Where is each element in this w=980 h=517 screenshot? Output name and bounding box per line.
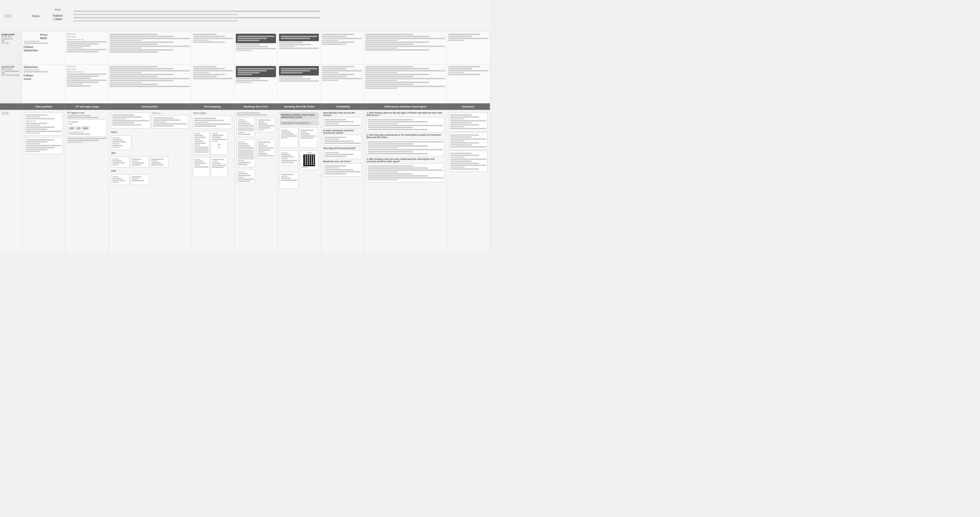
existing-booking-note: Existing booking: have found without any… (280, 112, 318, 120)
findability-card-3 (323, 150, 362, 159)
summary-findability: How did they come across the service? In… (321, 110, 364, 253)
col-header-summary: Summary (447, 103, 490, 110)
findability-card-2 (323, 135, 362, 146)
cico-screen-4 (256, 140, 275, 159)
others-label: Others ... (152, 111, 189, 115)
jrt-screen-3 (150, 157, 169, 168)
jrt-screen-1 (111, 157, 130, 168)
dark-card-4 (279, 66, 319, 76)
col-header-pt-app: PT and app usage (66, 103, 109, 110)
user-profile-card-2 (24, 137, 63, 154)
diff-card-3 (366, 163, 444, 182)
session2-meta: 10:15-11:00 20-30 years IT Systemkaufman… (0, 64, 22, 103)
s2-booking-cico (234, 64, 278, 103)
s1-findability (321, 32, 364, 64)
s2-summary (447, 64, 490, 103)
cico-screen-2 (256, 117, 275, 132)
s1-booking-de (278, 32, 321, 64)
col-header-first-booking: first booking (191, 103, 234, 110)
summary-differences: 1. After testing, what are the key types… (364, 110, 447, 253)
s1-summary (447, 32, 490, 64)
de-screen-2 (299, 128, 318, 148)
cbt-screen-2 (130, 174, 149, 185)
persona-anna-top: Anna (28, 13, 43, 19)
col-header-booking-de: Booking flow DE-Ticket (278, 103, 321, 110)
summary-card-1 (449, 112, 488, 131)
de-screen-4 (280, 172, 298, 189)
dark-card-1 (236, 34, 276, 43)
col-header-entry-points: Entry points (109, 103, 191, 110)
s1-booking-cico (234, 32, 278, 64)
s1-differences (364, 32, 447, 64)
mobile-screen-1 (193, 131, 210, 155)
s2-entry-points (108, 64, 191, 103)
dark-card-2 (279, 34, 319, 41)
start-flow-label: Start (111, 131, 189, 134)
persona-maik-label: Maik (53, 8, 63, 11)
svg-point-0 (218, 144, 220, 146)
booking-flow-card (193, 116, 232, 129)
s1-first-booking (192, 32, 235, 64)
s2-first-booking (192, 64, 235, 103)
s2-findability (321, 64, 364, 103)
app-tag-3: MVG (82, 126, 89, 130)
session1-meta: 14:00-14:45 25-35 years Gastronome KBi i… (0, 32, 22, 64)
mobile-screen-4 (211, 157, 228, 177)
persona-fabian-top: Maik Fabian Lukas (50, 9, 66, 22)
summary-card-2 (449, 132, 488, 150)
mobile-screen-2 (211, 131, 228, 155)
summary-entry-points: Others ... Start (109, 110, 191, 253)
summary-booking-de: Existing booking: have found without any… (278, 110, 321, 253)
summary-final (447, 110, 490, 253)
findability-card-1 (323, 117, 362, 128)
cico-screen-5 (237, 169, 255, 184)
s2-pt-app: Moderator Note Taker Observer (from 13) (65, 64, 108, 103)
app-tag-1: iOS (69, 126, 75, 130)
col-header-booking-cico: Booking flow CICo (234, 103, 278, 110)
dark-card-3 (236, 66, 276, 77)
user-profile-card: Age: 21-50 (24, 112, 63, 136)
col-header-user-profiles: User profiles (22, 103, 66, 110)
s1-user-profiles: Anna Maik Fabian Sebastian (22, 32, 65, 64)
summary-booking-cico (234, 110, 278, 253)
col-header-differences: Differences between ticket types (365, 103, 447, 110)
cbt-flow-label: CBT (111, 170, 189, 173)
summary-card-3 (449, 151, 488, 172)
de-screen-3 (280, 150, 298, 165)
s2-user-profiles: Sebastian Fabian Anne (22, 64, 65, 103)
main-canvas: Anna Maik Fabian Lukas 14:00-14:45 25-35… (0, 0, 490, 253)
cico-screen-3 (237, 140, 255, 167)
s1-entry-points (108, 32, 191, 64)
pt-apps-card: PT apps inuse iOS VR MVG (67, 119, 106, 137)
s2-booking-de (278, 64, 321, 103)
jrt-screen-2 (130, 157, 149, 168)
top-personas-area: Anna Maik Fabian Lukas (0, 0, 490, 32)
app-tag-2: VR (76, 126, 81, 130)
summary-first-booking: Test order (191, 110, 234, 253)
findability-card-4 (323, 163, 362, 176)
summary-user-profiles: Age: 21-50 (22, 110, 65, 253)
cico-screen-1 (237, 117, 255, 137)
diff-card-1 (366, 117, 444, 132)
s2-differences (364, 64, 447, 103)
column-headers: User profiles PT and app usage Entry poi… (0, 103, 490, 110)
start-screen (111, 135, 131, 150)
entry-wireframe-2 (152, 115, 189, 128)
cbt-screen-1 (111, 174, 130, 185)
test-order-label: Test order (193, 111, 232, 115)
summary-pt-app: PT apps in use PT apps inuse iOS VR MVG (65, 110, 108, 253)
col-header-findability: Findability (321, 103, 365, 110)
mobile-screen-3 (193, 157, 210, 177)
s1-pt-app: Moderator Note Taker Observer (from 13) (65, 32, 108, 64)
jrt-flow-label: JRT (111, 152, 189, 155)
diff-card-2 (366, 139, 444, 157)
qr-code-screen: Ticket (300, 150, 318, 170)
entry-wireframe-1 (111, 112, 150, 128)
subscription-mgmt-note: Subscription management ... (280, 121, 318, 125)
de-screen-1 (280, 128, 298, 148)
